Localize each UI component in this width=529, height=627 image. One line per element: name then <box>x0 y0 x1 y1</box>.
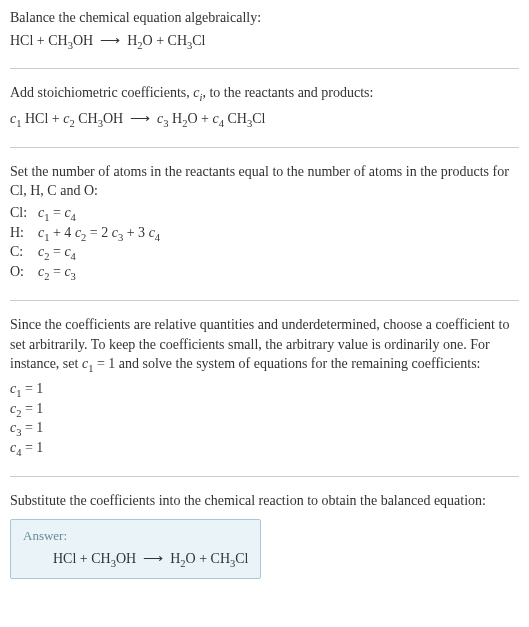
atom-eq-title: Set the number of atoms in the reactants… <box>10 162 519 201</box>
atom-label: C: <box>10 244 38 260</box>
solution-line: c2 = 1 <box>10 401 519 419</box>
atom-label: Cl: <box>10 205 38 221</box>
section-solve: Since the coefficients are relative quan… <box>10 300 519 458</box>
section-balance-prompt: Balance the chemical equation algebraica… <box>10 8 519 50</box>
atom-row-c: C: c2 = c4 <box>10 244 519 262</box>
solution-list: c1 = 1 c2 = 1 c3 = 1 c4 = 1 <box>10 381 519 458</box>
atom-equation: c2 = c4 <box>38 244 519 262</box>
balance-title: Balance the chemical equation algebraica… <box>10 8 519 28</box>
substitute-title: Substitute the coefficients into the che… <box>10 491 519 511</box>
solution-line: c4 = 1 <box>10 440 519 458</box>
section-atom-equations: Set the number of atoms in the reactants… <box>10 147 519 282</box>
section-substitute: Substitute the coefficients into the che… <box>10 476 519 579</box>
unbalanced-equation: HCl + CH3OH ⟶ H2O + CH3Cl <box>10 32 519 51</box>
atom-eq-list: Cl: c1 = c4 H: c1 + 4 c2 = 2 c3 + 3 c4 C… <box>10 205 519 282</box>
atom-label: O: <box>10 264 38 280</box>
generic-equation: c1 HCl + c2 CH3OH ⟶ c3 H2O + c4 CH3Cl <box>10 110 519 129</box>
add-coeff-title: Add stoichiometric coefficients, ci, to … <box>10 83 519 105</box>
atom-row-h: H: c1 + 4 c2 = 2 c3 + 3 c4 <box>10 225 519 243</box>
atom-equation: c1 = c4 <box>38 205 519 223</box>
section-add-coefficients: Add stoichiometric coefficients, ci, to … <box>10 68 519 128</box>
atom-equation: c1 + 4 c2 = 2 c3 + 3 c4 <box>38 225 519 243</box>
balanced-equation: HCl + CH3OH ⟶ H2O + CH3Cl <box>23 550 248 569</box>
answer-label: Answer: <box>23 528 248 544</box>
solve-title: Since the coefficients are relative quan… <box>10 315 519 377</box>
atom-equation: c2 = c3 <box>38 264 519 282</box>
atom-row-o: O: c2 = c3 <box>10 264 519 282</box>
solution-line: c3 = 1 <box>10 420 519 438</box>
atom-row-cl: Cl: c1 = c4 <box>10 205 519 223</box>
answer-box: Answer: HCl + CH3OH ⟶ H2O + CH3Cl <box>10 519 261 580</box>
solution-line: c1 = 1 <box>10 381 519 399</box>
atom-label: H: <box>10 225 38 241</box>
